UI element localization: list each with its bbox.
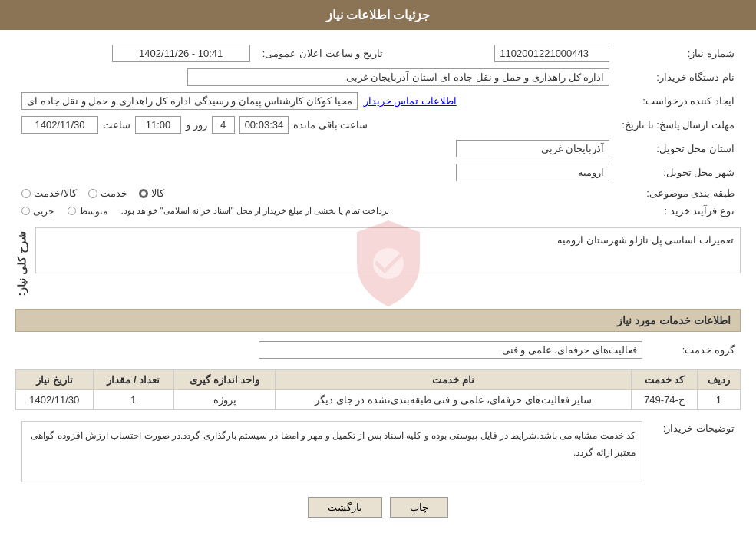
col-unit: واحد اندازه گیری [173,370,276,390]
description-section: تعمیرات اساسی پل نازلو شهرستان ارومیه شر… [15,227,741,300]
deadline-remaining-label: ساعت باقی مانده [293,119,368,131]
buyer-notes-row: توضیحات خریدار: کد خدمت مشابه می باشد.شر… [15,418,741,485]
page-header: جزئیات اطلاعات نیاز [0,0,756,30]
purchase-type-label: نوع فرآیند خرید : [616,202,741,220]
city-box: ارومیه [456,164,609,181]
col-qty: تعداد / مقدار [93,370,173,390]
buyer-org-value: اداره کل راهداری و حمل و نقل جاده ای است… [15,65,616,89]
service-group-label: گروه خدمت: [649,338,741,362]
creator-box: محیا کوکان کارشناس پیمان و رسیدگی اداره … [21,92,358,110]
category-label: طبقه بندی موضوعی: [616,184,741,202]
deadline-value: 1402/11/30 ساعت 11:00 روز و 4 00:03:34 س… [15,113,616,137]
need-number-value: 1102001221000443 [412,41,616,65]
table-cell-name: سایر فعالیت‌های حرفه‌ای، علمی و فنی طبقه… [276,390,632,410]
category-radio-group: کالا/خدمت خدمت کالا [21,187,609,199]
services-section-title: اطلاعات خدمات مورد نیاز [15,309,741,332]
category-option-kala: کالا [139,187,164,199]
description-content: تعمیرات اساسی پل نازلو شهرستان ارومیه [35,227,741,273]
contact-link[interactable]: اطلاعات تماس خریدار [364,95,457,107]
announcement-label: تاریخ و ساعت اعلان عمومی: [256,41,389,65]
need-number-row: شماره نیاز: 1102001221000443 تاریخ و ساع… [15,41,741,65]
description-box: تعمیرات اساسی پل نازلو شهرستان ارومیه [35,227,741,273]
purchase-type-motavasset: متوسط [79,206,107,217]
back-button[interactable]: بازگشت [308,497,382,518]
purchase-type-jozee: جزیی [33,206,54,217]
col-date: تاریخ نیاز [16,370,94,390]
info-table: شماره نیاز: 1102001221000443 تاریخ و ساع… [15,41,741,220]
services-table-body: 1ج-74-749سایر فعالیت‌های حرفه‌ای، علمی و… [16,390,741,410]
category-label-khedmat: خدمت [101,187,127,199]
services-table: ردیف کد خدمت نام خدمت واحد اندازه گیری ت… [15,369,741,410]
service-group-row: گروه خدمت: فعالیت‌های حرفه‌ای، علمی و فن… [15,338,741,362]
radio-jozee [21,207,30,215]
creator-row: ایجاد کننده درخواست: محیا کوکان کارشناس … [15,89,741,113]
category-row: طبقه بندی موضوعی: کالا/خدمت خدمت [15,184,741,202]
col-row: ردیف [697,370,740,390]
radio-motavasset [68,207,76,215]
page-title: جزئیات اطلاعات نیاز [326,8,431,22]
city-value: ارومیه [15,161,616,184]
purchase-note: پرداخت تمام یا بخشی از مبلغ خریدار از مح… [121,206,390,216]
buyer-notes-table: توضیحات خریدار: کد خدمت مشابه می باشد.شر… [15,418,741,485]
description-label-vertical: شرح کلی نیاز: [15,227,28,300]
announcement-box: 1402/11/26 - 10:41 [112,45,250,62]
services-header-row: ردیف کد خدمت نام خدمت واحد اندازه گیری ت… [16,370,741,390]
buttons-row: چاپ بازگشت [15,497,741,518]
print-button[interactable]: چاپ [390,497,448,518]
need-number-box: 1102001221000443 [494,45,609,62]
radio-kala-khedmat [21,189,31,198]
service-group-table: گروه خدمت: فعالیت‌های حرفه‌ای، علمی و فن… [15,338,741,362]
purchase-type-radio-group: جزیی متوسط [21,206,110,217]
city-label: شهر محل تحویل: [616,161,741,184]
buyer-notes-label: توضیحات خریدار: [649,418,741,485]
category-label-kala: کالا [151,187,164,199]
service-group-value: فعالیت‌های حرفه‌ای، علمی و فنی [15,338,649,362]
table-cell-row: 1 [697,390,740,410]
table-row: 1ج-74-749سایر فعالیت‌های حرفه‌ای، علمی و… [16,390,741,410]
content-area: شماره نیاز: 1102001221000443 تاریخ و ساع… [0,30,756,529]
buyer-org-label: نام دستگاه خریدار: [616,65,741,89]
category-option-kala-khedmat: کالا/خدمت [21,187,77,199]
table-cell-quantity: 1 [93,390,173,410]
deadline-time-box: 11:00 [135,116,181,134]
radio-khedmat [88,189,97,198]
services-table-header: ردیف کد خدمت نام خدمت واحد اندازه گیری ت… [16,370,741,390]
announcement-value: 1402/11/26 - 10:41 [15,41,256,65]
category-label-kala-khedmat: کالا/خدمت [34,187,77,199]
table-cell-date: 1402/11/30 [16,390,94,410]
radio-kala [139,189,148,198]
province-row: استان محل تحویل: آذربایجان غربی [15,137,741,161]
description-container: تعمیرات اساسی پل نازلو شهرستان ارومیه [35,227,741,300]
col-name: نام خدمت [276,370,632,390]
purchase-type-options: جزیی متوسط پرداخت تمام یا بخشی از مبلغ خ… [15,202,616,220]
category-options: کالا/خدمت خدمت کالا [15,184,616,202]
province-box: آذربایجان غربی [456,140,609,157]
creator-label: ایجاد کننده درخواست: [616,89,741,113]
service-group-box[interactable]: فعالیت‌های حرفه‌ای، علمی و فنی [259,341,642,359]
deadline-days-label: روز و [186,119,207,131]
table-cell-unit: پروژه [173,390,276,410]
col-code: کد خدمت [632,370,698,390]
province-label: استان محل تحویل: [616,137,741,161]
deadline-date-box: 1402/11/30 [21,116,98,134]
buyer-notes-value: کد خدمت مشابه می باشد.شرایط در فایل پیوس… [15,418,649,485]
page-wrapper: جزئیات اطلاعات نیاز شماره نیاز: 11020012… [0,0,756,540]
deadline-time-label: ساعت [103,119,130,131]
purchase-type-row: نوع فرآیند خرید : جزیی متوسط پرداخت تمام… [15,202,741,220]
deadline-row: مهلت ارسال پاسخ: تا تاریخ: 1402/11/30 سا… [15,113,741,137]
buyer-notes-box: کد خدمت مشابه می باشد.شرایط در فایل پیوس… [21,421,642,482]
city-row: شهر محل تحویل: ارومیه [15,161,741,184]
buyer-org-row: نام دستگاه خریدار: اداره کل راهداری و حم… [15,65,741,89]
creator-value: محیا کوکان کارشناس پیمان و رسیدگی اداره … [15,89,616,113]
deadline-days-box: 4 [212,116,235,134]
table-cell-code: ج-74-749 [632,390,698,410]
deadline-remaining-box: 00:03:34 [239,116,289,134]
buyer-org-box: اداره کل راهداری و حمل و نقل جاده ای است… [187,68,609,86]
deadline-label: مهلت ارسال پاسخ: تا تاریخ: [616,113,741,137]
province-value: آذربایجان غربی [15,137,616,161]
category-option-khedmat: خدمت [88,187,127,199]
need-number-label: شماره نیاز: [616,41,741,65]
